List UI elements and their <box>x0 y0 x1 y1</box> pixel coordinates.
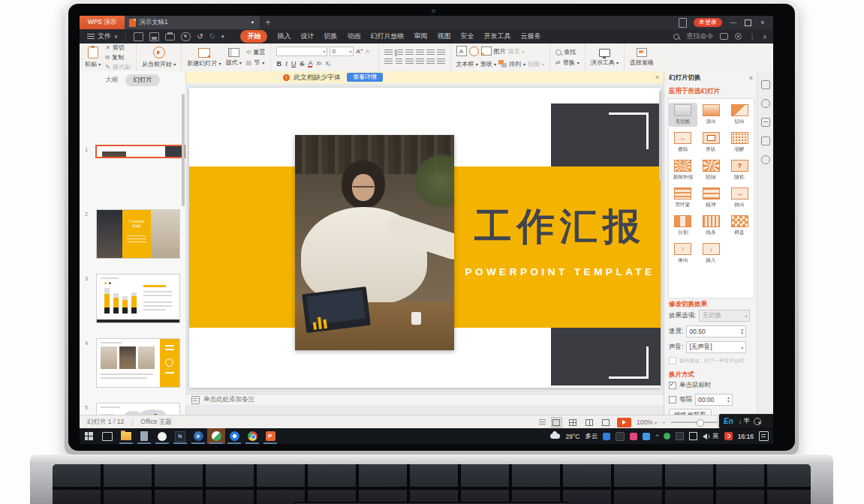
more-icon[interactable]: ⋮ <box>748 33 755 40</box>
speed-input[interactable]: 00.50▴▾ <box>686 326 746 338</box>
font-size-select[interactable]: 0▾ <box>330 46 354 56</box>
taskbar-app[interactable] <box>225 428 243 444</box>
numbering-icon[interactable] <box>395 50 403 56</box>
tray-app-icon-4[interactable] <box>643 433 650 440</box>
close-pane-icon[interactable]: × <box>749 74 753 82</box>
columns-icon[interactable] <box>437 50 445 56</box>
tray-app-icon-1[interactable] <box>603 433 610 440</box>
ribbon-tab[interactable]: 切换 <box>324 32 337 41</box>
login-badge[interactable]: 未登录 <box>694 18 722 27</box>
start-button[interactable] <box>80 432 98 440</box>
file-menu-button[interactable]: 文件 ∨ <box>80 32 125 41</box>
properties-panel-icon[interactable] <box>761 80 770 89</box>
customize-quickbar-icon[interactable]: ▾ <box>221 33 224 40</box>
document-tab[interactable]: 演示文稿1 • <box>125 16 260 29</box>
text-direction-icon[interactable] <box>426 50 435 56</box>
tray-sys-icon-1[interactable] <box>664 433 670 440</box>
open-icon[interactable] <box>134 32 143 41</box>
bold-button[interactable]: B <box>276 60 281 68</box>
slide-title[interactable]: 工作汇报 <box>459 202 661 252</box>
auto-advance-time-input[interactable]: 00:00▴▾ <box>695 394 733 406</box>
ribbon-tab[interactable]: 云服务 <box>520 32 540 41</box>
volume-icon[interactable] <box>703 434 707 440</box>
zoom-slider[interactable] <box>671 422 718 423</box>
outline-button[interactable]: 轮廓 ▾ <box>528 60 544 68</box>
ime-mode[interactable]: ；半 <box>737 417 750 426</box>
taskbar-app[interactable] <box>117 428 135 444</box>
ribbon-tab[interactable]: 开发工具 <box>483 32 510 41</box>
loop-sound-checkbox[interactable] <box>669 357 676 364</box>
weather-condition[interactable]: 多云 <box>585 432 598 441</box>
view-details-button[interactable]: 查看详情 <box>347 73 383 82</box>
cut-button[interactable]: ✕剪切 <box>105 44 131 52</box>
reset-button[interactable]: ⟲重置 <box>246 48 266 56</box>
taskbar-app[interactable] <box>135 428 153 444</box>
play-from-current-button[interactable]: 从当前开始 ▾ <box>142 44 176 71</box>
line-spacing-icon[interactable] <box>426 58 435 65</box>
grow-font-button[interactable]: A⁺ <box>356 48 363 55</box>
shrink-font-button[interactable]: A⁻ <box>366 48 373 55</box>
selection-pane-button[interactable]: 选择窗格 <box>630 44 654 71</box>
notification-center-icon[interactable] <box>759 431 769 441</box>
tray-red-app-icon[interactable] <box>724 432 733 440</box>
transition-option[interactable]: 擦除 <box>669 130 697 154</box>
new-slide-button[interactable]: 新建幻灯片 ▾ <box>187 44 221 71</box>
transition-option[interactable]: 分割 <box>669 214 697 238</box>
hidden-icons-caret[interactable]: ^ <box>655 433 658 440</box>
gear-icon[interactable] <box>735 33 742 40</box>
transition-option[interactable]: 轮辐 <box>697 158 726 182</box>
task-view-button[interactable] <box>102 432 113 441</box>
transition-option[interactable]: 无切换 <box>669 103 697 127</box>
redo-icon[interactable]: ↻ <box>209 33 215 40</box>
tray-app-icon-2[interactable] <box>616 432 625 441</box>
copy-button[interactable]: ⧉复制 <box>105 53 131 62</box>
transition-option[interactable]: 切出 <box>725 103 754 127</box>
sound-select[interactable]: [无声音]▾ <box>686 341 746 353</box>
clock[interactable]: 16:16 <box>738 433 754 440</box>
slides-tab[interactable]: 幻灯片 <box>125 74 160 86</box>
transition-option[interactable]: 棋盘 <box>725 214 754 238</box>
increase-indent-icon[interactable] <box>416 50 424 56</box>
slide-thumbnail-2[interactable]: Creative Slide <box>96 209 180 259</box>
weather-cloud-icon[interactable] <box>550 434 560 439</box>
taskbar-app[interactable]: e <box>189 428 207 444</box>
ribbon-tab[interactable]: 开始 <box>240 30 267 43</box>
superscript-button[interactable]: X² <box>316 61 321 66</box>
save-icon[interactable] <box>149 32 159 41</box>
close-button[interactable]: × <box>758 19 767 26</box>
theme-name[interactable]: Office 主题 <box>140 418 171 427</box>
reader-mode-icon[interactable] <box>679 18 687 28</box>
distribute-icon[interactable] <box>437 58 445 65</box>
font-color-button[interactable]: A <box>308 60 312 68</box>
strikethrough-button[interactable]: S <box>300 60 304 68</box>
align-right-icon[interactable] <box>405 58 414 65</box>
taskbar-app[interactable] <box>243 428 261 444</box>
collapse-ribbon-icon[interactable]: ∧ <box>762 33 767 40</box>
arrange-button[interactable]: 排列 ▾ <box>498 60 525 68</box>
outline-tab[interactable]: 大纲 <box>105 76 118 85</box>
canvas-scrollbar[interactable] <box>659 91 662 181</box>
paste-button[interactable]: 粘贴 ▾ <box>85 44 101 71</box>
justify-icon[interactable] <box>416 58 424 65</box>
ribbon-tab[interactable]: 设计 <box>300 32 314 41</box>
ime-indicator[interactable]: 英 <box>712 432 719 441</box>
ribbon-tab[interactable]: 审阅 <box>414 32 427 41</box>
transition-option[interactable]: 插入 <box>697 242 726 266</box>
shapes-button[interactable]: 形状 ▾ <box>480 60 496 68</box>
taskbar-app[interactable]: h <box>171 428 189 444</box>
normal-view-button[interactable] <box>551 417 562 428</box>
new-tab-button[interactable]: + <box>260 16 276 29</box>
slide-thumbnail-4[interactable] <box>96 338 180 388</box>
notes-bar[interactable]: 单击此处添加备注 <box>185 394 670 405</box>
minimize-button[interactable]: — <box>729 19 738 26</box>
ribbon-tab[interactable]: 安全 <box>460 32 474 41</box>
decrease-indent-icon[interactable] <box>405 50 414 56</box>
zoom-out-button[interactable]: − <box>662 418 666 426</box>
ribbon-tab[interactable]: 插入 <box>277 32 291 41</box>
close-warning-icon[interactable]: × <box>655 74 664 81</box>
align-left-icon[interactable] <box>384 58 393 65</box>
ribbon-tab[interactable]: 视图 <box>437 32 450 41</box>
slide-thumbnail-5[interactable]: 21% 32% 42% <box>96 403 180 415</box>
tray-sys-icon-2[interactable] <box>676 432 684 440</box>
slide-thumbnail-1[interactable]: 工作汇报 <box>95 145 186 158</box>
